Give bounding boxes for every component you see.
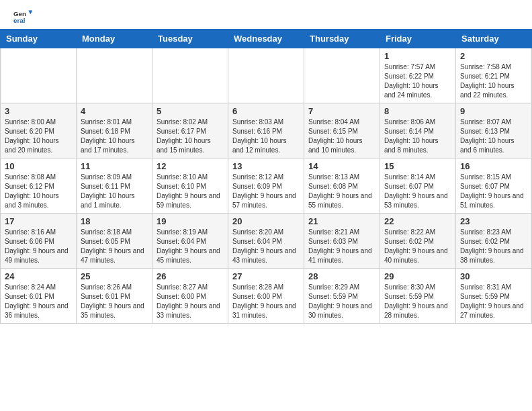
calendar-cell: 19Sunrise: 8:19 AM Sunset: 6:04 PM Dayli… [152,214,228,269]
day-number: 8 [384,106,451,116]
day-number: 9 [460,106,527,116]
day-info: Sunrise: 8:12 AM Sunset: 6:09 PM Dayligh… [232,173,300,210]
calendar-header-tuesday: Tuesday [152,30,228,48]
day-info: Sunrise: 8:15 AM Sunset: 6:07 PM Dayligh… [460,173,527,210]
day-number: 12 [157,161,224,171]
calendar-cell: 25Sunrise: 8:26 AM Sunset: 6:01 PM Dayli… [77,269,152,324]
calendar-cell: 20Sunrise: 8:20 AM Sunset: 6:04 PM Dayli… [228,214,304,269]
day-info: Sunrise: 8:01 AM Sunset: 6:18 PM Dayligh… [81,118,148,155]
calendar-cell: 1Sunrise: 7:57 AM Sunset: 6:22 PM Daylig… [380,48,456,103]
day-number: 3 [5,106,72,116]
day-number: 18 [81,216,148,226]
calendar-cell: 10Sunrise: 8:08 AM Sunset: 6:12 PM Dayli… [1,158,77,214]
calendar-cell: 21Sunrise: 8:21 AM Sunset: 6:03 PM Dayli… [304,214,380,269]
calendar-header-wednesday: Wednesday [228,30,304,48]
day-info: Sunrise: 8:09 AM Sunset: 6:11 PM Dayligh… [81,173,148,210]
calendar-cell: 7Sunrise: 8:04 AM Sunset: 6:15 PM Daylig… [304,103,380,158]
calendar-header-friday: Friday [380,30,456,48]
day-number: 1 [384,51,451,61]
day-number: 11 [81,161,148,171]
day-number: 5 [157,106,224,116]
calendar-cell: 4Sunrise: 8:01 AM Sunset: 6:18 PM Daylig… [77,103,152,158]
calendar-cell: 2Sunrise: 7:58 AM Sunset: 6:21 PM Daylig… [456,48,532,103]
day-number: 10 [5,161,72,171]
day-info: Sunrise: 8:07 AM Sunset: 6:13 PM Dayligh… [460,118,527,155]
day-number: 14 [308,161,375,171]
day-number: 27 [232,271,300,281]
calendar-cell: 14Sunrise: 8:13 AM Sunset: 6:08 PM Dayli… [304,158,380,214]
calendar-cell: 3Sunrise: 8:00 AM Sunset: 6:20 PM Daylig… [1,103,77,158]
day-info: Sunrise: 8:03 AM Sunset: 6:16 PM Dayligh… [232,118,300,155]
day-info: Sunrise: 8:24 AM Sunset: 6:01 PM Dayligh… [5,283,72,320]
calendar-cell [1,48,77,103]
day-info: Sunrise: 8:26 AM Sunset: 6:01 PM Dayligh… [81,283,148,320]
day-number: 22 [384,216,451,226]
calendar-week-5: 24Sunrise: 8:24 AM Sunset: 6:01 PM Dayli… [1,269,532,324]
calendar-cell: 26Sunrise: 8:27 AM Sunset: 6:00 PM Dayli… [152,269,228,324]
page-header: Gen eral [0,0,532,29]
day-info: Sunrise: 8:28 AM Sunset: 6:00 PM Dayligh… [232,283,300,320]
calendar-header-saturday: Saturday [456,30,532,48]
day-number: 20 [232,216,300,226]
day-info: Sunrise: 8:22 AM Sunset: 6:02 PM Dayligh… [384,228,451,265]
calendar-cell: 24Sunrise: 8:24 AM Sunset: 6:01 PM Dayli… [1,269,77,324]
day-number: 29 [384,271,451,281]
day-info: Sunrise: 8:00 AM Sunset: 6:20 PM Dayligh… [5,118,72,155]
calendar-cell [304,48,380,103]
day-number: 13 [232,161,300,171]
day-number: 26 [157,271,224,281]
day-number: 17 [5,216,72,226]
day-number: 6 [232,106,300,116]
svg-text:eral: eral [13,17,26,24]
calendar-cell: 30Sunrise: 8:31 AM Sunset: 5:59 PM Dayli… [456,269,532,324]
calendar-header-sunday: Sunday [1,30,77,48]
calendar-cell [152,48,228,103]
logo-icon: Gen eral [13,7,32,26]
calendar-cell: 16Sunrise: 8:15 AM Sunset: 6:07 PM Dayli… [456,158,532,214]
day-number: 15 [384,161,451,171]
day-number: 19 [157,216,224,226]
calendar-cell: 23Sunrise: 8:23 AM Sunset: 6:02 PM Dayli… [456,214,532,269]
calendar-cell: 15Sunrise: 8:14 AM Sunset: 6:07 PM Dayli… [380,158,456,214]
day-number: 2 [460,51,527,61]
calendar-cell: 11Sunrise: 8:09 AM Sunset: 6:11 PM Dayli… [77,158,152,214]
day-info: Sunrise: 8:04 AM Sunset: 6:15 PM Dayligh… [308,118,375,155]
day-info: Sunrise: 8:10 AM Sunset: 6:10 PM Dayligh… [157,173,224,210]
day-info: Sunrise: 8:18 AM Sunset: 6:05 PM Dayligh… [81,228,148,265]
day-info: Sunrise: 8:08 AM Sunset: 6:12 PM Dayligh… [5,173,72,210]
day-number: 30 [460,271,527,281]
calendar-header-row: SundayMondayTuesdayWednesdayThursdayFrid… [1,30,532,48]
day-number: 16 [460,161,527,171]
calendar-cell: 29Sunrise: 8:30 AM Sunset: 5:59 PM Dayli… [380,269,456,324]
calendar-cell [77,48,152,103]
day-info: Sunrise: 7:57 AM Sunset: 6:22 PM Dayligh… [384,62,451,100]
calendar-cell: 5Sunrise: 8:02 AM Sunset: 6:17 PM Daylig… [152,103,228,158]
day-info: Sunrise: 8:23 AM Sunset: 6:02 PM Dayligh… [460,228,527,265]
day-info: Sunrise: 8:30 AM Sunset: 5:59 PM Dayligh… [384,283,451,320]
calendar-cell: 13Sunrise: 8:12 AM Sunset: 6:09 PM Dayli… [228,158,304,214]
calendar-week-3: 10Sunrise: 8:08 AM Sunset: 6:12 PM Dayli… [1,158,532,214]
day-info: Sunrise: 8:19 AM Sunset: 6:04 PM Dayligh… [157,228,224,265]
logo: Gen eral [13,7,35,26]
calendar-cell: 6Sunrise: 8:03 AM Sunset: 6:16 PM Daylig… [228,103,304,158]
calendar-cell: 17Sunrise: 8:16 AM Sunset: 6:06 PM Dayli… [1,214,77,269]
day-info: Sunrise: 7:58 AM Sunset: 6:21 PM Dayligh… [460,62,527,100]
calendar-table: SundayMondayTuesdayWednesdayThursdayFrid… [0,29,532,324]
day-number: 23 [460,216,527,226]
day-info: Sunrise: 8:31 AM Sunset: 5:59 PM Dayligh… [460,283,527,320]
day-info: Sunrise: 8:20 AM Sunset: 6:04 PM Dayligh… [232,228,300,265]
day-info: Sunrise: 8:14 AM Sunset: 6:07 PM Dayligh… [384,173,451,210]
day-number: 24 [5,271,72,281]
day-info: Sunrise: 8:27 AM Sunset: 6:00 PM Dayligh… [157,283,224,320]
day-number: 4 [81,106,148,116]
calendar-header-thursday: Thursday [304,30,380,48]
day-info: Sunrise: 8:21 AM Sunset: 6:03 PM Dayligh… [308,228,375,265]
day-number: 21 [308,216,375,226]
day-info: Sunrise: 8:29 AM Sunset: 5:59 PM Dayligh… [308,283,375,320]
day-info: Sunrise: 8:13 AM Sunset: 6:08 PM Dayligh… [308,173,375,210]
calendar-cell: 8Sunrise: 8:06 AM Sunset: 6:14 PM Daylig… [380,103,456,158]
calendar-week-4: 17Sunrise: 8:16 AM Sunset: 6:06 PM Dayli… [1,214,532,269]
calendar-cell [228,48,304,103]
calendar-header-monday: Monday [77,30,152,48]
calendar-cell: 9Sunrise: 8:07 AM Sunset: 6:13 PM Daylig… [456,103,532,158]
